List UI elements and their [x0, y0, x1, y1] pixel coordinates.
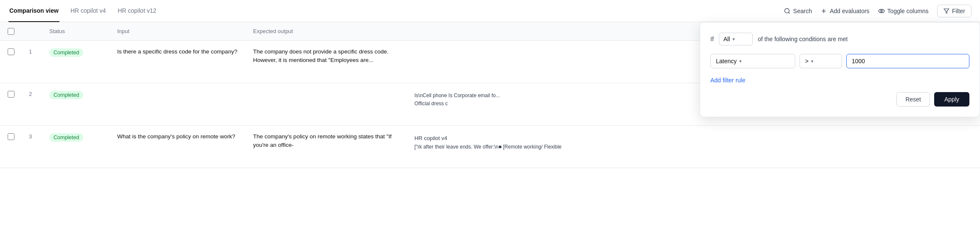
svg-line-1: [789, 12, 790, 14]
status-badge: Completed: [49, 133, 83, 142]
search-icon: [784, 8, 791, 14]
row-2-expected-output: [246, 83, 408, 125]
row-1-checkbox[interactable]: [0, 41, 22, 83]
header-input: Input: [110, 28, 246, 34]
tab-hr-copilot-v4[interactable]: HR copilot v4: [70, 0, 107, 22]
row-3-checkbox[interactable]: [0, 126, 22, 168]
filter-button[interactable]: Filter: [937, 5, 972, 17]
filter-rule-row: Latency ▾ > ▾: [710, 54, 969, 68]
chevron-down-icon: ▾: [811, 59, 814, 64]
row-2-input: [110, 83, 246, 125]
header-expected-output: Expected output: [246, 28, 408, 34]
plus-icon: [820, 8, 827, 14]
row-1-status: Completed: [42, 41, 110, 83]
search-button[interactable]: Search: [784, 8, 812, 14]
filter-condition-operator-select[interactable]: All ▾: [719, 33, 753, 45]
reset-button[interactable]: Reset: [896, 92, 930, 107]
row-1-expected-output: The company does not provide a specific …: [246, 41, 408, 83]
chevron-down-icon: ▾: [739, 59, 742, 64]
row-2-num: 2: [22, 83, 42, 125]
svg-point-4: [879, 9, 884, 13]
filter-operator-select[interactable]: > ▾: [800, 54, 842, 68]
apply-button[interactable]: Apply: [934, 92, 969, 107]
row-3-status: Completed: [42, 126, 110, 168]
row-3-num: 3: [22, 126, 42, 168]
top-nav: Comparison view HR copilot v4 HR copilot…: [0, 0, 980, 22]
filter-condition-row: If All ▾ of the following conditions are…: [710, 33, 969, 45]
status-badge: Completed: [49, 91, 83, 99]
row-3-expected-output: The company's policy on remote working s…: [246, 126, 408, 168]
svg-marker-6: [944, 8, 949, 13]
tab-hr-copilot-v12[interactable]: HR copilot v12: [117, 0, 157, 22]
select-all-checkbox[interactable]: [8, 28, 14, 35]
row-2-status: Completed: [42, 83, 110, 125]
chevron-down-icon: ▾: [732, 36, 735, 42]
filter-conditions-text: of the following conditions are met: [758, 36, 848, 42]
nav-actions: Search Add evaluators Toggle columns Fil…: [784, 5, 972, 17]
row-1-input: Is there a specific dress code for the c…: [110, 41, 246, 83]
row-3-input: What is the company's policy on remote w…: [110, 126, 246, 168]
filter-icon: [943, 8, 949, 14]
table-row: 3 Completed What is the company's policy…: [0, 126, 980, 168]
svg-point-0: [785, 8, 789, 13]
header-checkbox[interactable]: [0, 28, 22, 35]
toggle-columns-button[interactable]: Toggle columns: [878, 8, 929, 14]
row-1-num: 1: [22, 41, 42, 83]
header-status: Status: [42, 28, 110, 34]
filter-field-select[interactable]: Latency ▾: [710, 54, 795, 68]
svg-point-5: [881, 10, 882, 12]
tab-comparison-view[interactable]: Comparison view: [8, 0, 59, 22]
add-evaluators-button[interactable]: Add evaluators: [820, 8, 869, 14]
add-filter-rule-button[interactable]: Add filter rule: [710, 77, 745, 84]
filter-if-label: If: [710, 36, 714, 42]
filter-footer: Reset Apply: [710, 92, 969, 107]
filter-panel: If All ▾ of the following conditions are…: [700, 22, 980, 117]
eye-icon: [878, 8, 885, 14]
status-badge: Completed: [49, 48, 83, 57]
row-3-rest: HR copilot v4 ["rk after their leave end…: [408, 126, 980, 168]
row-2-checkbox[interactable]: [0, 83, 22, 125]
filter-value-input[interactable]: [846, 54, 969, 68]
